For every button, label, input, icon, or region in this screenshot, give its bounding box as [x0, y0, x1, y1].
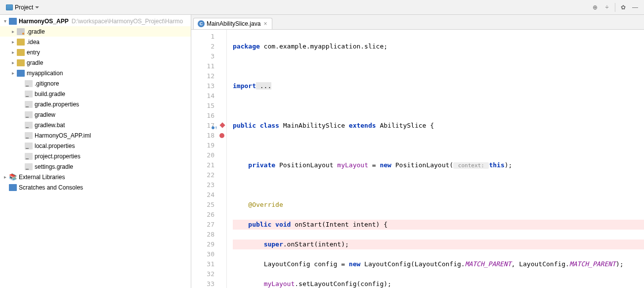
collapse-arrow-icon[interactable] [10, 60, 16, 65]
expand-arrow-icon[interactable] [2, 18, 8, 24]
tree-external-libraries[interactable]: 📚External Libraries [0, 172, 191, 182]
folder-icon [17, 28, 25, 35]
gutter-line[interactable]: 17●↑ [191, 121, 226, 131]
gutter-line[interactable]: 18 [191, 131, 226, 141]
folder-icon [17, 59, 25, 66]
gutter-line[interactable]: 20 [191, 150, 226, 160]
editor-tabs: C MainAbilitySlice.java × [191, 15, 644, 30]
separator [615, 3, 615, 12]
chevron-down-icon [35, 6, 39, 10]
gutter-line[interactable]: 27 [191, 220, 226, 230]
gutter-line[interactable]: 2 [191, 42, 226, 51]
gutter-line[interactable]: 33 [191, 279, 226, 288]
code-editor[interactable]: 1 2 3 11 12 13 14 15 16 17●↑ 18 19 20 21… [191, 30, 644, 288]
project-icon [6, 4, 13, 10]
gutter-line[interactable]: 31 [191, 259, 226, 269]
gutter-line[interactable]: 3 [191, 51, 226, 61]
file-icon [25, 101, 33, 108]
close-icon[interactable]: × [262, 20, 268, 27]
file-icon [25, 132, 33, 139]
project-view-selector[interactable]: Project [3, 3, 42, 12]
gutter-line[interactable]: 29 [191, 240, 226, 249]
expand-icon[interactable]: ÷ [603, 3, 611, 11]
tab-label: MainAbilitySlice.java [207, 20, 260, 27]
tree-node-gradle-props[interactable]: gradle.properties [0, 99, 191, 109]
collapse-arrow-icon[interactable] [10, 70, 16, 76]
folder-icon [17, 70, 25, 77]
gutter-line[interactable]: 15 [191, 101, 226, 111]
project-label: Project [15, 4, 33, 11]
scratch-icon [9, 184, 17, 191]
main-toolbar: Project ⊕ ÷ ✿ — [0, 0, 644, 15]
tree-node-iml[interactable]: HarmonyOS_APP.iml [0, 130, 191, 141]
tree-node-gradle[interactable]: gradle [0, 57, 191, 68]
gutter-line[interactable]: 11 [191, 61, 226, 71]
tree-node-gradlew[interactable]: gradlew [0, 109, 191, 120]
gutter-line[interactable]: 25 [191, 200, 226, 210]
collapse-arrow-icon[interactable] [10, 29, 16, 34]
root-label: HarmonyOS_APP [19, 18, 69, 25]
editor-panel: C MainAbilitySlice.java × 1 2 3 11 12 13… [191, 15, 644, 288]
module-icon [9, 18, 17, 25]
file-icon [25, 153, 33, 160]
collapse-arrow-icon[interactable] [10, 49, 16, 55]
collapse-icon[interactable]: — [631, 3, 639, 11]
file-icon [25, 122, 33, 129]
gutter-line[interactable]: 24 [191, 190, 226, 200]
tree-scratches[interactable]: Scratches and Consoles [0, 182, 191, 192]
target-icon[interactable]: ⊕ [591, 3, 599, 11]
file-icon [25, 91, 33, 97]
tree-node-myapplication[interactable]: myapplication [0, 68, 191, 78]
tree-root[interactable]: HarmonyOS_APP D:\workspace\HarmonyOS_Pro… [0, 16, 191, 26]
gutter-line[interactable]: 14 [191, 91, 226, 101]
tree-node-project-props[interactable]: project.properties [0, 151, 191, 161]
tree-node-entry[interactable]: entry [0, 47, 191, 57]
gutter-line[interactable]: 19 [191, 141, 226, 150]
code-content[interactable]: package com.example.myapplication.slice;… [227, 30, 644, 288]
folder-icon [17, 49, 25, 56]
tree-node-local-props[interactable]: local.properties [0, 141, 191, 151]
gutter-line[interactable]: 30 [191, 249, 226, 259]
file-icon [25, 80, 33, 87]
gutter-line[interactable]: 13 [191, 81, 226, 91]
tree-node-gradle-dot[interactable]: .gradle [0, 26, 191, 37]
gutter-line[interactable]: 16 [191, 111, 226, 121]
gutter-line[interactable]: 23 [191, 180, 226, 190]
gutter-line[interactable]: 28 [191, 230, 226, 240]
tree-node-idea[interactable]: .idea [0, 37, 191, 47]
line-gutter: 1 2 3 11 12 13 14 15 16 17●↑ 18 19 20 21… [191, 30, 227, 288]
gutter-line[interactable]: 26 [191, 210, 226, 220]
gutter-line[interactable]: 21 [191, 160, 226, 170]
tree-node-settings-gradle[interactable]: settings.gradle [0, 161, 191, 172]
collapse-arrow-icon[interactable] [2, 174, 8, 180]
folder-icon [17, 39, 25, 46]
library-icon: 📚 [9, 174, 17, 181]
tree-node-gradlew-bat[interactable]: gradlew.bat [0, 120, 191, 130]
gutter-line[interactable]: 32 [191, 269, 226, 279]
gear-icon[interactable]: ✿ [619, 3, 627, 11]
tree-node-gitignore[interactable]: .gitignore [0, 78, 191, 89]
tab-main-ability-slice[interactable]: C MainAbilitySlice.java × [193, 18, 272, 29]
file-icon [25, 111, 33, 118]
gutter-line[interactable]: 1 [191, 32, 226, 42]
project-tree-panel: HarmonyOS_APP D:\workspace\HarmonyOS_Pro… [0, 15, 191, 288]
tree-node-build-gradle[interactable]: build.gradle [0, 89, 191, 99]
file-icon [25, 163, 33, 170]
gutter-line[interactable]: 12 [191, 71, 226, 81]
gutter-line[interactable]: 22 [191, 170, 226, 180]
breakpoint-diamond-icon[interactable] [219, 122, 225, 128]
root-path: D:\workspace\HarmonyOS_Project\Harmo [72, 18, 183, 25]
file-icon [25, 143, 33, 149]
java-class-icon: C [198, 20, 205, 27]
breakpoint-icon[interactable] [219, 133, 224, 138]
collapse-arrow-icon[interactable] [10, 39, 16, 45]
